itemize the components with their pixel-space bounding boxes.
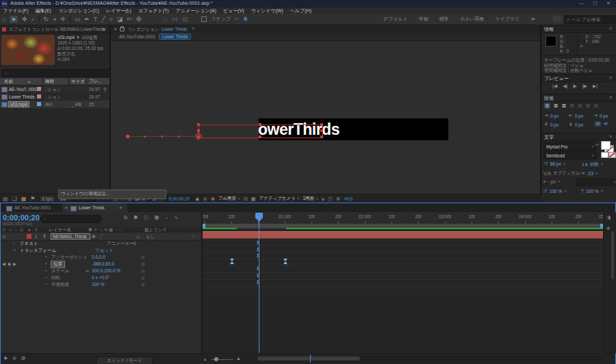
close-button[interactable]: ✕ (606, 1, 611, 6)
transparency-grid-icon[interactable]: ▦ (251, 196, 256, 202)
toggle-modes-icon[interactable]: ❂ (21, 356, 25, 361)
rotation-tool-icon[interactable]: ↻ (44, 16, 49, 23)
resolution-select[interactable]: フル画質˅ (218, 196, 240, 202)
scale-value[interactable]: 100.0,100.0 % (92, 268, 120, 273)
position-value[interactable]: -368.0,83.0 (92, 261, 114, 266)
pen-tool-icon[interactable]: ✒ (84, 16, 90, 23)
shape-tool-icon[interactable]: ▭ (75, 16, 81, 23)
workspace-small-screen[interactable]: 小さい画面 (460, 16, 484, 23)
next-keyframe-icon[interactable]: ▶ (13, 261, 16, 267)
switch-mode-button[interactable]: スイッチ / モード (97, 356, 153, 364)
motion-blur-icon[interactable]: ◔ (165, 216, 168, 220)
column-fps[interactable]: フレ.. (89, 79, 101, 85)
workspace-standard[interactable]: 標準 (439, 16, 449, 23)
menu-view[interactable]: ビュー(V) (223, 8, 244, 14)
first-frame-button[interactable]: |◀ (552, 83, 557, 89)
horizontal-scale-field[interactable]: 100 % (586, 189, 598, 194)
prop-row-transform[interactable]: ˅ トランスフォーム リセット (1, 247, 201, 254)
include-circle-icon[interactable]: ◎ (141, 268, 145, 274)
parent-link-select[interactable]: なし (146, 234, 155, 240)
share-view-icon[interactable]: ⧈ (322, 196, 324, 202)
selection-handle[interactable] (320, 129, 323, 132)
vertical-scale-field[interactable]: 100 % (550, 189, 562, 194)
leading-field[interactable]: 自動 (590, 161, 599, 168)
pan-behind-tool-icon[interactable]: ✛ (60, 16, 66, 23)
timeline-tab-inactive[interactable]: AE-YouTube-0001 (14, 205, 51, 210)
prop-row-text[interactable]: › テキスト アニメーター: ⊙ (1, 240, 201, 247)
workspace-libraries[interactable]: ライブラリ (495, 16, 519, 23)
label-color-chip[interactable] (37, 87, 41, 91)
stroke-width-field[interactable]: - px (548, 179, 556, 184)
column-type[interactable]: 種類 (45, 79, 54, 85)
zoom-tool-icon[interactable]: ⌕ (31, 16, 35, 23)
reset-button[interactable]: リセット (95, 248, 114, 254)
take-snapshot-icon[interactable]: ◉ (195, 196, 199, 202)
zoom-in-mountain-icon[interactable]: ▲ (236, 356, 241, 361)
paragraph-panel-title[interactable]: 段落 (544, 95, 554, 102)
align-left-button[interactable]: ≣ (544, 103, 550, 109)
stroke-style-select[interactable]: ˅ (576, 179, 616, 186)
label-color-chip[interactable] (37, 94, 41, 99)
fill-color-swatch[interactable] (601, 141, 611, 150)
pixel-aspect-icon[interactable]: ◫ (328, 196, 333, 202)
align-right-button[interactable]: ≣ (561, 103, 566, 109)
stopwatch-icon[interactable]: ◔ (44, 275, 47, 280)
prop-row-position[interactable]: ◀ ◆ ▶ ◔ 位置 -368.0,83.0 ◎ (1, 261, 201, 268)
frame-blend-icon[interactable]: ▦ (154, 215, 159, 220)
timeline-tab-active[interactable]: ✕ Lower Thirds ≡ (62, 203, 127, 212)
selection-tool-icon[interactable]: ➤ (10, 16, 18, 23)
panel-menu-icon[interactable]: ≡ (192, 26, 194, 31)
current-timecode[interactable]: 0;00;00;20 (3, 213, 40, 222)
preview-panel-menu-icon[interactable]: ≡ (609, 75, 612, 80)
prop-row-anchor[interactable]: ◔ アンカーポイント 0.0,0.0 ◎ (1, 254, 201, 261)
puppet-pin-tool-icon[interactable]: ✠ (136, 16, 142, 23)
menu-file[interactable]: ファイル(F) (3, 8, 29, 14)
help-search-box[interactable]: ⌕ ヘルプを検索 (564, 15, 616, 24)
clone-stamp-tool-icon[interactable]: ⌗ (110, 16, 113, 23)
menu-animation[interactable]: アニメーション(A) (176, 8, 216, 14)
menu-window[interactable]: ウィンドウ(W) (251, 8, 283, 14)
fast-previews-icon[interactable]: ⚙ (336, 196, 340, 202)
column-size[interactable]: サイズ (71, 79, 85, 85)
prev-frame-button[interactable]: ◀| (563, 83, 567, 89)
prev-keyframe-icon[interactable]: ◀ (2, 261, 5, 267)
mini-flowchart-icon[interactable]: ⧉ (124, 215, 127, 220)
grid-options-icon[interactable]: ※ (243, 16, 248, 23)
menu-layer[interactable]: レイヤー(L) (106, 8, 131, 14)
hand-tool-icon[interactable]: ✥ (22, 16, 27, 23)
stopwatch-icon[interactable]: ◔ (44, 282, 47, 287)
menu-edit[interactable]: 編集(E) (36, 8, 51, 14)
effect-controls-tab[interactable]: エフェクトコントロール NEXMAG LowerThirds (9, 27, 105, 33)
layer-name-edit-field[interactable]: NEXMAG..Thirds (51, 233, 90, 239)
first-line-indent-field[interactable]: 0 px (600, 114, 608, 118)
hand-scroll-icon[interactable]: ✥ (606, 226, 610, 231)
minimize-button[interactable]: — (579, 1, 584, 5)
snap-options-icon[interactable]: ⌲ (235, 16, 239, 23)
paragraph-panel-menu-icon[interactable]: ≡ (609, 95, 612, 100)
no-fill-swatch[interactable] (608, 152, 616, 158)
stopwatch-icon-active[interactable]: ◔ (44, 261, 47, 266)
include-circle-icon[interactable]: ◎ (141, 261, 145, 267)
new-folder-icon[interactable]: ❏ (12, 196, 17, 202)
close-panel-icon[interactable]: ✕ (114, 27, 117, 32)
horizontal-scrollbar-track[interactable] (254, 356, 603, 361)
proxy-icon[interactable]: ⚑ (30, 196, 35, 202)
zoom-out-mountain-icon[interactable]: ▴ (204, 356, 206, 362)
selection-handle[interactable] (259, 135, 261, 138)
view-layout-select[interactable]: 1画面˅ (303, 196, 318, 202)
align-center-button[interactable]: ≣ (554, 103, 559, 109)
menu-effect[interactable]: エフェクト(T) (138, 8, 169, 14)
timeline-search-box[interactable]: ⌕ (40, 215, 102, 223)
selection-handle[interactable] (320, 123, 323, 126)
new-composition-icon[interactable]: ▦ (21, 196, 27, 202)
opacity-value[interactable]: 100 % (92, 282, 104, 287)
opacity-label[interactable]: 不透明度 (51, 282, 69, 288)
color-depth-button[interactable]: 8 bpc (39, 195, 55, 203)
transform-group-label[interactable]: トランスフォーム (20, 248, 56, 254)
text-direction-ltr-icon[interactable]: ≫ (595, 121, 601, 127)
layer-switches[interactable]: ⚉ ◦ ╱ (92, 234, 103, 239)
last-frame-button[interactable]: ▶| (593, 83, 598, 89)
viewer[interactable]: owerThirds (111, 40, 540, 194)
link-dimensions-icon[interactable]: ∞ (86, 268, 89, 273)
next-frame-button[interactable]: |▶ (582, 83, 587, 89)
